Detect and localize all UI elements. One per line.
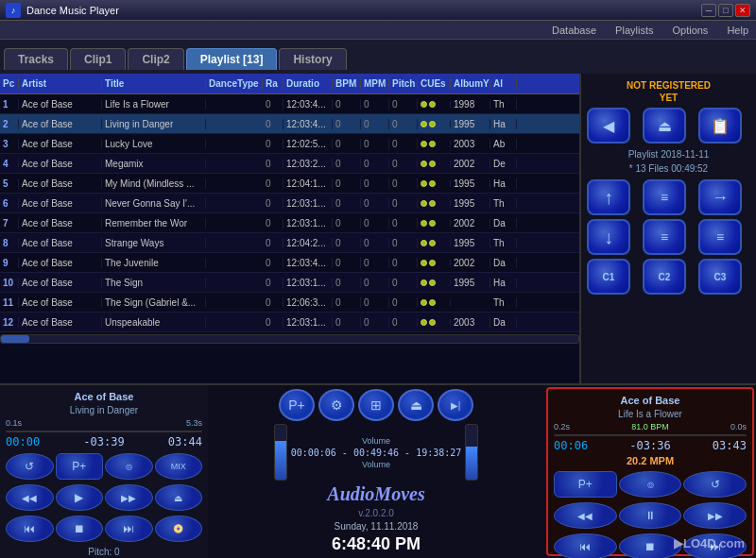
table-row[interactable]: 7Ace of BaseRemember the Wor012:03:1...0… bbox=[0, 213, 579, 233]
table-row[interactable]: 8Ace of BaseStrange Ways012:04:2...00019… bbox=[0, 233, 579, 253]
center-btn-2[interactable]: ⚙ bbox=[318, 389, 354, 421]
col-header-dance: DanceType bbox=[206, 78, 263, 89]
cue-dots bbox=[421, 141, 447, 147]
right-prev-btn[interactable]: ⏮ bbox=[554, 533, 617, 558]
table-cell: 4 bbox=[0, 159, 19, 169]
cue-dot bbox=[421, 180, 427, 187]
left-progress-bar[interactable] bbox=[6, 431, 202, 432]
table-scrollbar-h[interactable] bbox=[0, 334, 579, 344]
right-btn-1[interactable]: ◀ bbox=[587, 108, 630, 144]
right-btn-c3[interactable]: C3 bbox=[698, 259, 742, 295]
left-next-btn[interactable]: ⏭ bbox=[105, 516, 153, 542]
tab-history[interactable]: History bbox=[279, 48, 346, 70]
tab-playlist[interactable]: Playlist [13] bbox=[186, 48, 278, 70]
center-btn-4[interactable]: ⏏ bbox=[398, 389, 434, 421]
cue-dot bbox=[429, 260, 436, 266]
table-cell: 0 bbox=[389, 119, 418, 129]
table-cell: 0 bbox=[263, 139, 284, 149]
left-plus-btn[interactable]: P+ bbox=[56, 453, 104, 480]
table-cell: 0 bbox=[361, 218, 389, 228]
right-rew-btn[interactable]: ◀◀ bbox=[554, 502, 617, 529]
tab-clip1[interactable]: Clip1 bbox=[70, 48, 126, 70]
tab-tracks[interactable]: Tracks bbox=[4, 48, 68, 70]
cue-dot bbox=[421, 279, 427, 286]
cue-dot bbox=[429, 141, 436, 147]
table-cell: 0 bbox=[389, 297, 418, 308]
table-row[interactable]: 3Ace of BaseLucky Love012:02:5...0002003… bbox=[0, 134, 579, 154]
right-btn-down[interactable]: ↓ bbox=[587, 219, 630, 255]
table-cell: 0 bbox=[263, 278, 284, 288]
left-rew-btn[interactable]: ◀◀ bbox=[6, 484, 54, 511]
table-cell: Ace of Base bbox=[19, 99, 102, 110]
menu-database[interactable]: Database bbox=[548, 23, 600, 38]
left-eject-btn[interactable]: ⏏ bbox=[155, 484, 203, 511]
left-time-end: 5.3s bbox=[186, 418, 202, 428]
cue-dots bbox=[421, 220, 447, 227]
table-cell bbox=[418, 180, 451, 187]
center-btn-1[interactable]: P+ bbox=[279, 389, 315, 421]
left-stop-btn[interactable]: ⏹ bbox=[56, 516, 104, 542]
left-rec-btn[interactable]: 📀 bbox=[155, 516, 203, 542]
right-btn-list2[interactable]: ≡ bbox=[643, 219, 686, 255]
right-progress-bar[interactable] bbox=[554, 434, 747, 436]
table-cell: 0 bbox=[333, 198, 361, 209]
right-plus-btn[interactable]: P+ bbox=[554, 471, 617, 498]
table-cell: Ace of Base bbox=[19, 159, 102, 169]
table-row[interactable]: 2Ace of BaseLiving in Danger012:03:4...0… bbox=[0, 114, 579, 134]
table-cell: Ace of Base bbox=[19, 139, 102, 149]
right-elapsed: 00:06 bbox=[554, 439, 588, 452]
left-mix-btn[interactable]: MIX bbox=[155, 453, 203, 480]
vol-slider-right[interactable] bbox=[465, 424, 478, 481]
cue-dot bbox=[421, 200, 427, 207]
table-row[interactable]: 6Ace of BaseNever Gonna Say I'...012:03:… bbox=[0, 194, 579, 213]
right-pause-btn[interactable]: ⏸ bbox=[619, 502, 682, 529]
left-prev-btn[interactable]: ⏮ bbox=[6, 516, 54, 542]
right-fwd-btn[interactable]: ▶▶ bbox=[683, 502, 747, 529]
table-row[interactable]: 4Ace of BaseMegamix012:03:2...0002002De bbox=[0, 154, 579, 174]
table-row[interactable]: 1Ace of BaseLife Is a Flower012:03:4...0… bbox=[0, 94, 579, 114]
right-btn-right[interactable]: → bbox=[698, 179, 742, 215]
right-loop-btn[interactable]: ↺ bbox=[683, 471, 747, 498]
right-btn-up[interactable]: ↑ bbox=[587, 179, 630, 215]
menu-help[interactable]: Help bbox=[723, 23, 752, 38]
table-cell: 0 bbox=[333, 278, 361, 288]
right-stop-btn[interactable]: ⏹ bbox=[619, 533, 682, 558]
table-cell: 0 bbox=[361, 258, 389, 268]
menu-playlists[interactable]: Playlists bbox=[611, 23, 657, 38]
table-row[interactable]: 10Ace of BaseThe Sign012:03:1...0001995H… bbox=[0, 273, 579, 293]
close-button[interactable]: ✕ bbox=[735, 4, 750, 17]
left-cue-btn[interactable]: ⌾ bbox=[105, 453, 153, 480]
table-row[interactable]: 11Ace of BaseThe Sign (Gabriel &...012:0… bbox=[0, 293, 579, 313]
right-btn-2[interactable]: ⏏ bbox=[643, 108, 686, 144]
table-cell: De bbox=[490, 159, 517, 169]
table-row[interactable]: 5Ace of BaseMy Mind (Mindless ...012:04:… bbox=[0, 174, 579, 194]
cue-dot bbox=[421, 319, 427, 326]
right-btn-list3[interactable]: ≡ bbox=[698, 219, 742, 255]
maximize-button[interactable]: □ bbox=[718, 4, 733, 17]
left-total: 03:44 bbox=[168, 435, 202, 448]
table-cell bbox=[418, 279, 451, 286]
left-play-btn[interactable]: ▶ bbox=[56, 484, 104, 511]
table-cell bbox=[418, 240, 451, 246]
left-loop-btn[interactable]: ↺ bbox=[6, 453, 54, 480]
right-btn-c1[interactable]: C1 bbox=[587, 259, 630, 295]
version-text: v.2.0.2.0 bbox=[358, 508, 394, 518]
table-row[interactable]: 12Ace of BaseUnspeakable012:03:1...00020… bbox=[0, 313, 579, 332]
center-btn-5[interactable]: ▶| bbox=[438, 389, 473, 421]
right-btn-3[interactable]: 📋 bbox=[698, 108, 742, 144]
left-fwd-btn[interactable]: ▶▶ bbox=[105, 484, 153, 511]
right-cue-btn[interactable]: ⌾ bbox=[619, 471, 682, 498]
table-cell: 0 bbox=[263, 198, 284, 209]
vol-slider-left[interactable] bbox=[274, 424, 287, 481]
minimize-button[interactable]: ─ bbox=[701, 4, 716, 17]
tab-clip2[interactable]: Clip2 bbox=[128, 48, 183, 70]
cue-dots bbox=[421, 200, 447, 207]
right-btn-list[interactable]: ≡ bbox=[643, 179, 686, 215]
cue-dot bbox=[429, 161, 436, 167]
table-row[interactable]: 9Ace of BaseThe Juvenile012:03:4...00020… bbox=[0, 253, 579, 273]
center-btn-3[interactable]: ⊞ bbox=[358, 389, 394, 421]
right-deck-track: Life Is a Flower bbox=[554, 409, 747, 419]
left-deck-range: 0.1s 5.3s bbox=[6, 418, 202, 428]
right-btn-c2[interactable]: C2 bbox=[643, 259, 686, 295]
menu-options[interactable]: Options bbox=[668, 23, 712, 38]
